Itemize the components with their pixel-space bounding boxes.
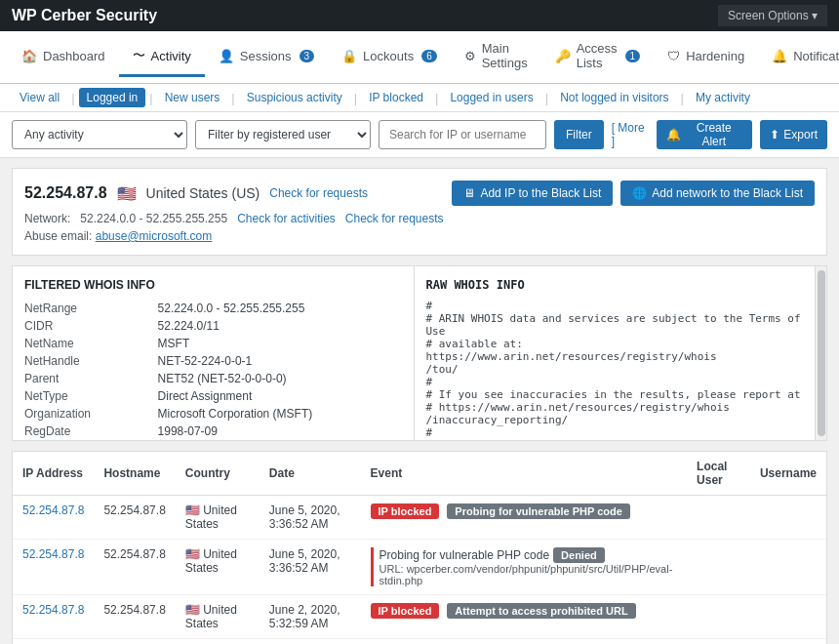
tab-hardening[interactable]: 🛡 Hardening [654,39,758,76]
user-filter-select[interactable]: Filter by registered user [195,120,371,149]
ip-address-link[interactable]: 52.254.87.8 [22,603,84,617]
ip-address-link[interactable]: 52.254.87.8 [22,503,84,517]
ip-header: 52.254.87.8 🇺🇸 United States (US) Check … [24,184,444,203]
event-badge-secondary: Probing for vulnerable PHP code [447,503,630,519]
app-title: WP Cerber Security [12,7,157,24]
subnav-ip-blocked[interactable]: IP blocked [361,88,431,107]
cell-hostname: 52.254.87.8 [94,496,175,540]
subnav-suspicious[interactable]: Suspicious activity [239,88,350,107]
cell-hostname: 52.254.87.8 [94,639,175,645]
scroll-thumb[interactable] [818,270,825,436]
whois-section: FILTERED WHOIS INFO NetRange52.224.0.0 -… [12,265,827,441]
network-info-row: Network: 52.224.0.0 - 52.255.255.255 Che… [24,212,815,225]
screen-options-button[interactable]: Screen Options ▾ [718,5,827,26]
country-name: United States (US) [146,185,260,201]
event-badges: IP blocked Probing for vulnerable PHP co… [371,503,678,519]
column-header: Country [176,452,260,496]
check-requests-network-link[interactable]: Check for requests [345,212,444,225]
hardening-icon: 🛡 [667,49,680,63]
cell-event: IP blocked Attempt to access prohibited … [361,595,688,639]
whois-value: Direct Assignment [158,387,402,405]
subnav-view-all[interactable]: View all [12,88,67,107]
create-alert-button[interactable]: 🔔 Create Alert [657,120,752,149]
table-row: 52.254.87.8 52.254.87.8 🇺🇸 United States… [13,540,826,595]
cell-country: 🇺🇸 United States [176,540,260,595]
ip-address-link[interactable]: 52.254.87.8 [22,547,84,561]
whois-key: NetType [24,387,158,405]
subnav-my-activity[interactable]: My activity [688,88,758,107]
country-flag-cell: 🇺🇸 [185,547,200,561]
add-ip-blacklist-button[interactable]: 🖥 Add IP to the Black List [452,181,613,206]
column-header: Event [361,452,688,496]
whois-row: RegDate1998-07-09 [24,423,402,440]
whois-raw-text: # # ARIN WHOIS data and services are sub… [426,300,804,440]
tab-activity[interactable]: 〜 Activity [119,37,205,77]
whois-row: CIDR52.224.0/11 [24,317,402,335]
cell-date: June 2, 2020, 5:32:59 AM [260,639,361,645]
whois-value: Microsoft Corporation (MSFT) [158,405,402,423]
activity-icon: 〜 [133,47,145,64]
bell-icon: 🔔 [666,128,681,141]
more-link[interactable]: [ More ] [612,121,650,148]
network-label: Network: [24,212,70,225]
activity-table-wrap: IP AddressHostnameCountryDateEventLocal … [12,451,827,644]
add-network-blacklist-button[interactable]: 🌐 Add network to the Black List [620,181,815,206]
whois-left-panel: FILTERED WHOIS INFO NetRange52.224.0.0 -… [13,266,415,440]
whois-value: NET-52-224-0-0-1 [158,352,402,370]
subnav-logged-in-users[interactable]: Logged in users [442,88,540,107]
whois-value: 52.224.0.0 - 52.255.255.255 [158,300,402,317]
whois-scrollbar[interactable] [815,266,826,440]
tab-lockouts[interactable]: 🔒 Lockouts 6 [328,39,451,76]
cell-username [750,496,826,540]
subnav-not-logged[interactable]: Not logged in visitors [552,88,676,107]
whois-right-title: RAW WHOIS INFO [426,278,804,292]
whois-key: NetRange [24,300,158,317]
cell-hostname: 52.254.87.8 [94,595,175,639]
cell-ip: 52.254.87.8 [13,639,94,645]
lockouts-badge: 6 [421,50,437,62]
export-button[interactable]: ⬆ Export [760,120,827,149]
access-lists-badge: 1 [625,50,641,62]
ip-info-section: 52.254.87.8 🇺🇸 United States (US) Check … [12,168,827,256]
check-activities-link[interactable]: Check for activities [237,212,336,225]
whois-table: NetRange52.224.0.0 - 52.255.255.255CIDR5… [24,300,402,440]
country-flag-cell: 🇺🇸 [185,503,200,517]
sessions-icon: 👤 [219,49,234,63]
whois-value: 52.224.0/11 [158,317,402,335]
whois-row: ParentNET52 (NET-52-0-0-0-0) [24,370,402,387]
column-header: IP Address [13,452,94,496]
ip-address: 52.254.87.8 [24,184,107,202]
cell-hostname: 52.254.87.8 [94,540,175,595]
tab-notifications[interactable]: 🔔 Notifications [758,39,839,76]
cell-country: 🇺🇸 United States [176,639,260,645]
check-for-requests-link[interactable]: Check for requests [269,186,368,200]
whois-value: MSFT [158,335,402,352]
event-badge-primary: IP blocked [371,603,440,619]
tab-dashboard[interactable]: 🏠 Dashboard [8,39,119,76]
whois-key: RegDate [24,423,158,440]
subnav-logged-in[interactable]: Logged in [79,88,146,107]
event-text: Probing for vulnerable PHP code [380,548,550,562]
event-badge-primary: IP blocked [371,503,440,519]
event-badge-denied: Denied [553,547,605,563]
tab-access-lists[interactable]: 🔑 Access Lists 1 [541,31,654,83]
activity-select[interactable]: Any activity [12,120,187,149]
abuse-email-link[interactable]: abuse@microsoft.com [96,229,213,243]
tab-main-settings[interactable]: ⚙ Main Settings [451,31,541,83]
filter-button[interactable]: Filter [554,120,604,149]
whois-key: CIDR [24,317,158,335]
cell-event: IP blocked Probing for vulnerable PHP co… [361,496,688,540]
whois-left-title: FILTERED WHOIS INFO [24,278,402,292]
blacklist-ip-icon: 🖥 [463,186,475,200]
ip-username-search[interactable] [379,120,546,149]
whois-key: NetName [24,335,158,352]
cell-date: June 5, 2020, 3:36:52 AM [260,540,361,595]
table-row: 52.254.87.8 52.254.87.8 🇺🇸 United States… [13,496,826,540]
abuse-label: Abuse email: [24,229,92,243]
tab-sessions[interactable]: 👤 Sessions 3 [205,39,328,76]
whois-value: NET52 (NET-52-0-0-0-0) [158,370,402,387]
subnav-new-users[interactable]: New users [157,88,228,107]
whois-row: NetHandleNET-52-224-0-0-1 [24,352,402,370]
whois-key: Parent [24,370,158,387]
event-detail: Probing for vulnerable PHP code Denied U… [371,547,678,586]
